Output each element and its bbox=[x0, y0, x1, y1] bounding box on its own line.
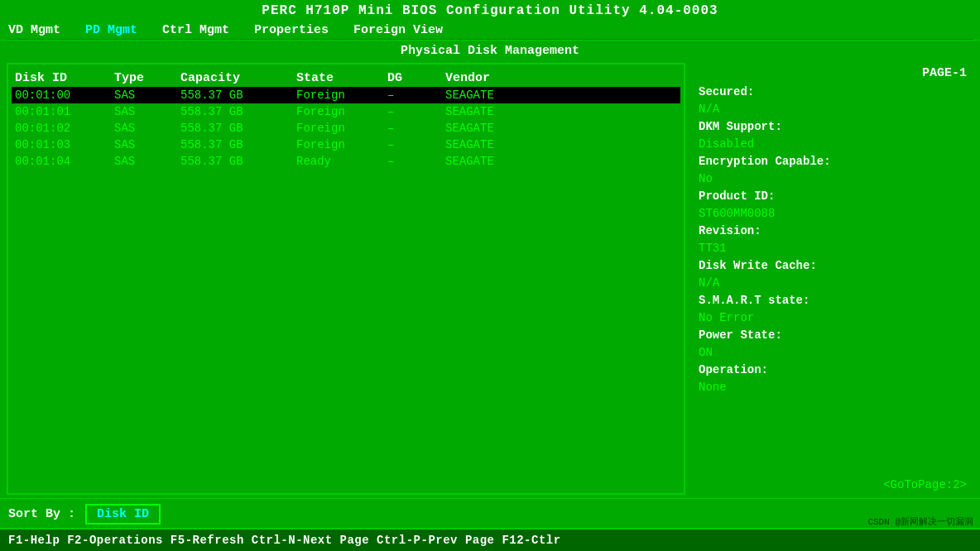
disk-id-3: 00:01:03 bbox=[15, 138, 114, 151]
smart-state-value: No Error bbox=[699, 309, 967, 327]
disk-state-1: Foreign bbox=[296, 105, 387, 118]
disk-id-0: 00:01:00 bbox=[15, 89, 114, 102]
title-bar: PERC H710P Mini BIOS Configuration Utili… bbox=[0, 0, 980, 22]
disk-vendor-1: SEAGATE bbox=[445, 105, 545, 118]
disk-dg-4: – bbox=[387, 155, 445, 168]
revision-value: TT31 bbox=[699, 240, 967, 257]
section-title: Physical Disk Management bbox=[0, 40, 980, 60]
disk-state-2: Foreign bbox=[296, 122, 387, 135]
disk-write-cache-value: N/A bbox=[699, 275, 967, 292]
disk-dg-0: – bbox=[387, 89, 445, 102]
menu-pd-mgmt[interactable]: PD Mgmt bbox=[85, 23, 137, 37]
disk-type-1: SAS bbox=[114, 105, 180, 118]
disk-type-3: SAS bbox=[114, 138, 180, 151]
col-type: Type bbox=[114, 71, 180, 85]
menu-foreign-view[interactable]: Foreign View bbox=[353, 23, 443, 37]
disk-dg-3: – bbox=[387, 138, 445, 151]
col-capacity: Capacity bbox=[180, 71, 296, 85]
col-state: State bbox=[296, 71, 387, 85]
menu-bar: VD Mgmt PD Mgmt Ctrl Mgmt Properties For… bbox=[0, 22, 980, 39]
encryption-capable-label: Encryption Capable: bbox=[699, 153, 967, 170]
app-title: PERC H710P Mini BIOS Configuration Utili… bbox=[262, 3, 718, 18]
dkm-support-value: Disabled bbox=[699, 136, 967, 153]
product-id-label: Product ID: bbox=[699, 188, 967, 205]
product-id-value: ST600MM0088 bbox=[699, 205, 967, 223]
secured-label: Secured: bbox=[699, 84, 967, 101]
dkm-support-label: DKM Support: bbox=[699, 118, 967, 136]
table-header: Disk ID Type Capacity State DG Vendor bbox=[12, 68, 680, 87]
disk-capacity-2: 558.37 GB bbox=[180, 122, 296, 135]
disk-capacity-4: 558.37 GB bbox=[180, 155, 296, 168]
col-vendor: Vendor bbox=[445, 71, 545, 85]
power-state-value: ON bbox=[699, 344, 967, 362]
power-state-label: Power State: bbox=[699, 327, 967, 344]
disk-vendor-4: SEAGATE bbox=[445, 155, 545, 168]
table-row[interactable]: 00:01:01 SAS 558.37 GB Foreign – SEAGATE bbox=[12, 103, 680, 120]
bottom-area: Sort By : Disk ID bbox=[0, 498, 980, 528]
table-row[interactable]: 00:01:00 SAS 558.37 GB Foreign – SEAGATE bbox=[12, 87, 680, 103]
table-row[interactable]: 00:01:02 SAS 558.37 GB Foreign – SEAGATE bbox=[12, 120, 680, 137]
disk-table-panel: Disk ID Type Capacity State DG Vendor 00… bbox=[7, 63, 685, 495]
disk-vendor-3: SEAGATE bbox=[445, 138, 545, 151]
revision-label: Revision: bbox=[699, 223, 967, 240]
secured-value: N/A bbox=[699, 101, 967, 118]
menu-properties[interactable]: Properties bbox=[254, 23, 329, 37]
smart-state-label: S.M.A.R.T state: bbox=[699, 292, 967, 309]
table-row[interactable]: 00:01:04 SAS 558.37 GB Ready – SEAGATE bbox=[12, 153, 680, 170]
disk-dg-2: – bbox=[387, 122, 445, 135]
disk-type-2: SAS bbox=[114, 122, 180, 135]
disk-vendor-0: SEAGATE bbox=[445, 89, 545, 102]
menu-ctrl-mgmt[interactable]: Ctrl Mgmt bbox=[162, 23, 229, 37]
col-dg: DG bbox=[387, 71, 445, 85]
goto-page[interactable]: <GoToPage:2> bbox=[699, 478, 967, 491]
disk-state-4: Ready bbox=[296, 155, 387, 168]
details-panel: PAGE-1 Secured: N/A DKM Support: Disable… bbox=[692, 63, 973, 495]
operation-label: Operation: bbox=[699, 362, 967, 379]
disk-capacity-0: 558.37 GB bbox=[180, 89, 296, 102]
function-bar: F1-Help F2-Operations F5-Refresh Ctrl-N-… bbox=[0, 528, 980, 551]
disk-dg-1: – bbox=[387, 105, 445, 118]
disk-id-1: 00:01:01 bbox=[15, 105, 114, 118]
watermark: CSDN @新网解决一切漏洞 bbox=[867, 515, 973, 528]
table-row[interactable]: 00:01:03 SAS 558.37 GB Foreign – SEAGATE bbox=[12, 137, 680, 153]
disk-write-cache-label: Disk Write Cache: bbox=[699, 257, 967, 275]
menu-vd-mgmt[interactable]: VD Mgmt bbox=[8, 23, 60, 37]
disk-capacity-3: 558.37 GB bbox=[180, 138, 296, 151]
disk-capacity-1: 558.37 GB bbox=[180, 105, 296, 118]
sort-by-value[interactable]: Disk ID bbox=[85, 504, 161, 525]
disk-vendor-2: SEAGATE bbox=[445, 122, 545, 135]
page-label: PAGE-1 bbox=[699, 66, 967, 80]
operation-value: None bbox=[699, 379, 967, 396]
col-disk-id: Disk ID bbox=[15, 71, 114, 85]
main-content: Disk ID Type Capacity State DG Vendor 00… bbox=[0, 60, 980, 498]
disk-state-0: Foreign bbox=[296, 89, 387, 102]
disk-type-0: SAS bbox=[114, 89, 180, 102]
screen: PERC H710P Mini BIOS Configuration Utili… bbox=[0, 0, 980, 551]
disk-id-4: 00:01:04 bbox=[15, 155, 114, 168]
disk-id-2: 00:01:02 bbox=[15, 122, 114, 135]
disk-state-3: Foreign bbox=[296, 138, 387, 151]
sort-by-label: Sort By : bbox=[8, 507, 75, 521]
section-title-text: Physical Disk Management bbox=[401, 44, 579, 58]
encryption-capable-value: No bbox=[699, 170, 967, 188]
disk-type-4: SAS bbox=[114, 155, 180, 168]
